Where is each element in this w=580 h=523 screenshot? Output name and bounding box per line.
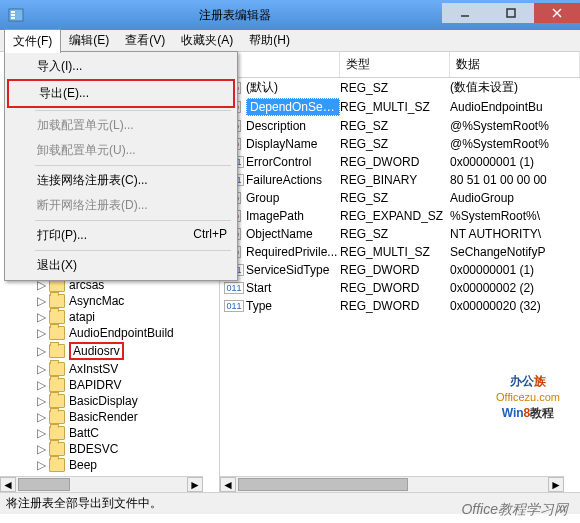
scroll-track[interactable] bbox=[236, 477, 548, 492]
value-name: ErrorControl bbox=[246, 155, 340, 169]
menu-edit[interactable]: 编辑(E) bbox=[61, 29, 117, 52]
list-horizontal-scrollbar[interactable]: ◄ ► bbox=[220, 476, 564, 492]
expand-icon[interactable]: ▷ bbox=[36, 428, 47, 439]
scroll-left-button[interactable]: ◄ bbox=[220, 477, 236, 492]
value-row[interactable]: abDependOnSer...REG_MULTI_SZAudioEndpoin… bbox=[220, 97, 580, 117]
expand-icon[interactable]: ▷ bbox=[36, 312, 47, 323]
tree-item-atapi[interactable]: ▷atapi bbox=[0, 309, 219, 325]
window-buttons bbox=[442, 8, 580, 23]
value-data: 0x00000002 (2) bbox=[450, 281, 580, 295]
value-list[interactable]: ab(默认)REG_SZ(数值未设置)abDependOnSer...REG_M… bbox=[220, 78, 580, 315]
value-name: Group bbox=[246, 191, 340, 205]
value-row[interactable]: abDisplayNameREG_SZ@%SystemRoot% bbox=[220, 135, 580, 153]
value-type: REG_DWORD bbox=[340, 263, 450, 277]
value-data: 80 51 01 00 00 00 bbox=[450, 173, 580, 187]
tree-item-label: BAPIDRV bbox=[69, 378, 121, 392]
menu-view[interactable]: 查看(V) bbox=[117, 29, 173, 52]
expand-icon[interactable]: ▷ bbox=[36, 296, 47, 307]
value-data: NT AUTHORITY\ bbox=[450, 227, 580, 241]
menu-load-hive: 加载配置单元(L)... bbox=[7, 113, 235, 138]
footer-watermark: Office教程学习网 bbox=[461, 501, 568, 519]
value-type: REG_MULTI_SZ bbox=[340, 245, 450, 259]
expand-icon[interactable]: ▷ bbox=[36, 412, 47, 423]
tree-item-bdesvc[interactable]: ▷BDESVC bbox=[0, 441, 219, 457]
menu-exit[interactable]: 退出(X) bbox=[7, 253, 235, 278]
close-button[interactable] bbox=[534, 3, 580, 23]
scroll-right-button[interactable]: ► bbox=[187, 477, 203, 492]
menu-unload-hive: 卸载配置单元(U)... bbox=[7, 138, 235, 163]
menu-help[interactable]: 帮助(H) bbox=[241, 29, 298, 52]
minimize-button[interactable] bbox=[442, 3, 488, 23]
expand-icon[interactable]: ▷ bbox=[36, 346, 47, 357]
value-row[interactable]: 011TypeREG_DWORD0x00000020 (32) bbox=[220, 297, 580, 315]
menu-unload-hive-label: 卸载配置单元(U)... bbox=[37, 142, 136, 159]
tree-item-basicdisplay[interactable]: ▷BasicDisplay bbox=[0, 393, 219, 409]
tree-item-beep[interactable]: ▷Beep bbox=[0, 457, 219, 473]
column-type[interactable]: 类型 bbox=[340, 52, 450, 77]
tree-item-battc[interactable]: ▷BattC bbox=[0, 425, 219, 441]
value-data: 0x00000020 (32) bbox=[450, 299, 580, 313]
value-list-panel: 称 类型 数据 ab(默认)REG_SZ(数值未设置)abDependOnSer… bbox=[220, 52, 580, 492]
expand-icon[interactable]: ▷ bbox=[36, 364, 47, 375]
list-header: 称 类型 数据 bbox=[220, 52, 580, 78]
expand-icon[interactable]: ▷ bbox=[36, 328, 47, 339]
value-row[interactable]: abObjectNameREG_SZNT AUTHORITY\ bbox=[220, 225, 580, 243]
expand-icon[interactable]: ▷ bbox=[36, 396, 47, 407]
reg-bin-icon: 011 bbox=[226, 280, 242, 296]
folder-icon bbox=[49, 410, 65, 424]
value-row[interactable]: 011ErrorControlREG_DWORD0x00000001 (1) bbox=[220, 153, 580, 171]
expand-icon[interactable]: ▷ bbox=[36, 444, 47, 455]
value-row[interactable]: 011ServiceSidTypeREG_DWORD0x00000001 (1) bbox=[220, 261, 580, 279]
value-row[interactable]: ab(默认)REG_SZ(数值未设置) bbox=[220, 78, 580, 97]
menu-connect[interactable]: 连接网络注册表(C)... bbox=[7, 168, 235, 193]
folder-icon bbox=[49, 394, 65, 408]
value-type: REG_DWORD bbox=[340, 155, 450, 169]
scroll-thumb[interactable] bbox=[238, 478, 408, 491]
tree-item-audioendpointbuild[interactable]: ▷AudioEndpointBuild bbox=[0, 325, 219, 341]
tree-item-label: Audiosrv bbox=[69, 342, 124, 360]
window-title: 注册表编辑器 bbox=[28, 7, 442, 24]
value-type: REG_SZ bbox=[340, 81, 450, 95]
menu-favorites[interactable]: 收藏夹(A) bbox=[173, 29, 241, 52]
tree-item-axinstsv[interactable]: ▷AxInstSV bbox=[0, 361, 219, 377]
value-row[interactable]: abDescriptionREG_SZ@%SystemRoot% bbox=[220, 117, 580, 135]
tree-horizontal-scrollbar[interactable]: ◄ ► bbox=[0, 476, 203, 492]
expand-icon[interactable]: ▷ bbox=[36, 280, 47, 291]
folder-icon bbox=[49, 426, 65, 440]
value-row[interactable]: abGroupREG_SZAudioGroup bbox=[220, 189, 580, 207]
expand-icon[interactable]: ▷ bbox=[36, 460, 47, 471]
folder-icon bbox=[49, 294, 65, 308]
registry-tree[interactable]: ▷arc▷arcsas▷AsyncMac▷atapi▷AudioEndpoint… bbox=[0, 257, 219, 476]
folder-icon bbox=[49, 378, 65, 392]
value-type: REG_DWORD bbox=[340, 299, 450, 313]
maximize-button[interactable] bbox=[488, 3, 534, 23]
tree-item-asyncmac[interactable]: ▷AsyncMac bbox=[0, 293, 219, 309]
value-name: RequiredPrivile... bbox=[246, 245, 340, 259]
reg-bin-icon: 011 bbox=[226, 298, 242, 314]
menu-exit-label: 退出(X) bbox=[37, 257, 77, 274]
scroll-right-button[interactable]: ► bbox=[548, 477, 564, 492]
scroll-track[interactable] bbox=[16, 477, 187, 492]
tree-item-audiosrv[interactable]: ▷Audiosrv bbox=[0, 341, 219, 361]
tree-item-basicrender[interactable]: ▷BasicRender bbox=[0, 409, 219, 425]
menu-print[interactable]: 打印(P)...Ctrl+P bbox=[7, 223, 235, 248]
tree-item-bapidrv[interactable]: ▷BAPIDRV bbox=[0, 377, 219, 393]
value-name: DisplayName bbox=[246, 137, 340, 151]
value-row[interactable]: abRequiredPrivile...REG_MULTI_SZSeChange… bbox=[220, 243, 580, 261]
app-icon bbox=[8, 7, 24, 23]
scroll-thumb[interactable] bbox=[18, 478, 70, 491]
value-row[interactable]: 011StartREG_DWORD0x00000002 (2) bbox=[220, 279, 580, 297]
value-name: DependOnSer... bbox=[246, 98, 340, 116]
scroll-left-button[interactable]: ◄ bbox=[0, 477, 16, 492]
menu-file[interactable]: 文件(F) bbox=[4, 29, 61, 53]
value-row[interactable]: abImagePathREG_EXPAND_SZ%SystemRoot%\ bbox=[220, 207, 580, 225]
expand-icon[interactable]: ▷ bbox=[36, 380, 47, 391]
column-data[interactable]: 数据 bbox=[450, 52, 580, 77]
value-data: @%SystemRoot% bbox=[450, 137, 580, 151]
value-row[interactable]: 011FailureActionsREG_BINARY80 51 01 00 0… bbox=[220, 171, 580, 189]
menu-print-label: 打印(P)... bbox=[37, 227, 87, 244]
menu-import[interactable]: 导入(I)... bbox=[7, 54, 235, 79]
menu-export[interactable]: 导出(E)... bbox=[9, 81, 233, 106]
value-name: Description bbox=[246, 119, 340, 133]
column-name[interactable]: 称 bbox=[220, 52, 340, 77]
